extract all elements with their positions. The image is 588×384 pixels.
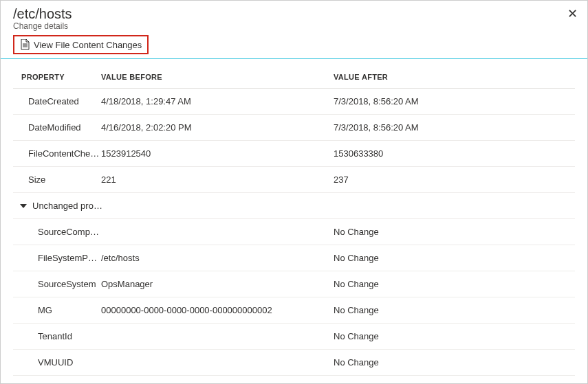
- file-icon: [20, 39, 30, 50]
- before-cell: /etc/hosts: [100, 253, 334, 263]
- page-subtitle: Change details: [13, 21, 575, 31]
- before-cell: 1523912540: [100, 148, 334, 159]
- property-cell: DateCreated: [13, 96, 100, 106]
- close-icon: ✕: [567, 7, 578, 21]
- column-header-after[interactable]: VALUE AFTER: [334, 73, 575, 81]
- property-cell: MG: [13, 305, 100, 315]
- before-cell: OpsManager: [100, 279, 334, 289]
- property-cell: FileSystemPath: [13, 253, 100, 263]
- table-row: FileSystemPath /etc/hosts No Change: [13, 245, 575, 271]
- property-cell: TenantId: [13, 331, 100, 341]
- after-cell: No Change: [334, 253, 575, 263]
- table-row: DateModified 4/16/2018, 2:02:20 PM 7/3/2…: [13, 115, 575, 141]
- table-row: FileContentCheck... 1523912540 153063338…: [13, 141, 575, 167]
- chevron-down-icon: [20, 204, 27, 208]
- toolbar: View File Content Changes: [1, 34, 587, 59]
- after-cell: 7/3/2018, 8:56:20 AM: [334, 122, 575, 133]
- property-cell: DateModified: [13, 122, 100, 133]
- content-area: PROPERTY VALUE BEFORE VALUE AFTER DateCr…: [1, 59, 587, 383]
- view-file-content-changes-button[interactable]: View File Content Changes: [13, 35, 149, 54]
- after-cell: 7/3/2018, 8:56:20 AM: [334, 96, 575, 106]
- property-cell: FileContentCheck...: [13, 148, 100, 159]
- panel-header: /etc/hosts Change details ✕: [1, 1, 587, 34]
- view-changes-label: View File Content Changes: [34, 40, 142, 50]
- table-row: SourceComput... No Change: [13, 219, 575, 245]
- column-header-before[interactable]: VALUE BEFORE: [100, 73, 334, 81]
- unchanged-properties-toggle[interactable]: Unchanged prope...: [13, 193, 575, 219]
- after-cell: 237: [334, 174, 575, 185]
- after-cell: No Change: [334, 227, 575, 237]
- property-cell: Size: [13, 174, 100, 185]
- table-row: VMUUID No Change: [13, 350, 575, 376]
- after-cell: 1530633380: [334, 148, 575, 159]
- after-cell: No Change: [334, 331, 575, 341]
- property-cell: SourceComput...: [13, 227, 100, 237]
- table-header: PROPERTY VALUE BEFORE VALUE AFTER: [13, 59, 575, 89]
- before-cell: 4/16/2018, 2:02:20 PM: [100, 122, 334, 133]
- unchanged-properties-label: Unchanged prope...: [32, 201, 107, 211]
- before-cell: 221: [100, 174, 334, 185]
- table-row: Size 221 237: [13, 167, 575, 193]
- table-row: TenantId No Change: [13, 324, 575, 350]
- table-row: SourceSystem OpsManager No Change: [13, 271, 575, 297]
- after-cell: No Change: [334, 279, 575, 289]
- table-row: DateCreated 4/18/2018, 1:29:47 AM 7/3/20…: [13, 89, 575, 115]
- property-cell: VMUUID: [13, 357, 100, 368]
- close-button[interactable]: ✕: [567, 8, 578, 20]
- table-row: MG 00000000-0000-0000-0000-000000000002 …: [13, 297, 575, 324]
- property-cell: SourceSystem: [13, 279, 100, 289]
- column-header-property[interactable]: PROPERTY: [13, 73, 100, 81]
- page-title: /etc/hosts: [13, 6, 575, 22]
- before-cell: 00000000-0000-0000-0000-000000000002: [100, 305, 334, 315]
- after-cell: No Change: [334, 357, 575, 368]
- before-cell: 4/18/2018, 1:29:47 AM: [100, 96, 334, 106]
- after-cell: No Change: [334, 305, 575, 315]
